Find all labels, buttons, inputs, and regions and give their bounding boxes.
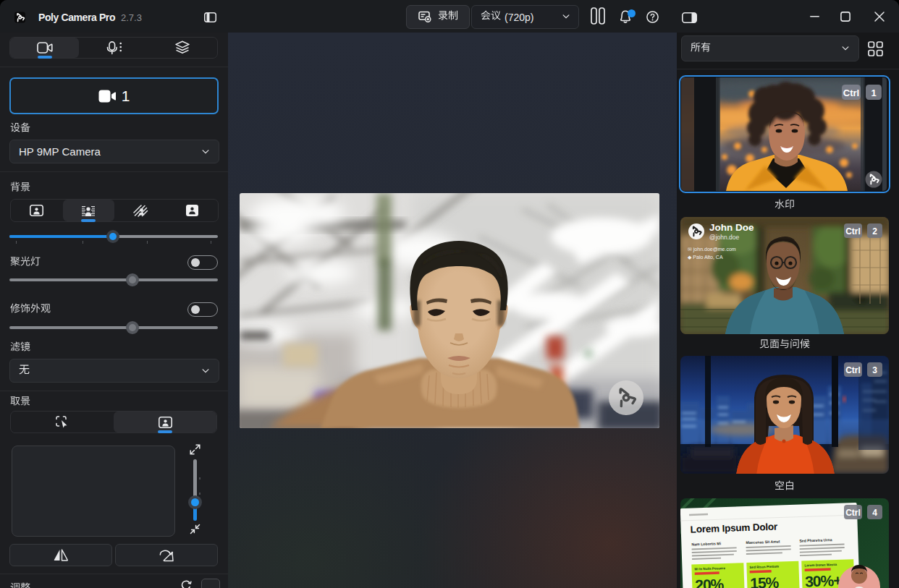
- svg-text:◆ Palo Alto, CA: ◆ Palo Alto, CA: [688, 255, 723, 260]
- svg-text:Ctrl: Ctrl: [843, 88, 859, 98]
- svg-text:Ctrl: Ctrl: [845, 365, 861, 375]
- svg-text:30%+: 30%+: [805, 572, 843, 588]
- svg-text:Ctrl: Ctrl: [845, 226, 861, 237]
- svg-text:Ctrl: Ctrl: [845, 508, 861, 518]
- svg-text:@john.doe: @john.doe: [709, 234, 740, 241]
- svg-text:2: 2: [872, 226, 877, 237]
- svg-text:3: 3: [872, 365, 877, 375]
- svg-text:4: 4: [872, 508, 877, 518]
- svg-text:20%: 20%: [695, 576, 725, 588]
- svg-text:1: 1: [871, 88, 876, 98]
- svg-text:John Doe: John Doe: [709, 222, 754, 233]
- svg-text:✉ john.doe@me.com: ✉ john.doe@me.com: [688, 247, 736, 252]
- svg-text:15%: 15%: [750, 574, 780, 588]
